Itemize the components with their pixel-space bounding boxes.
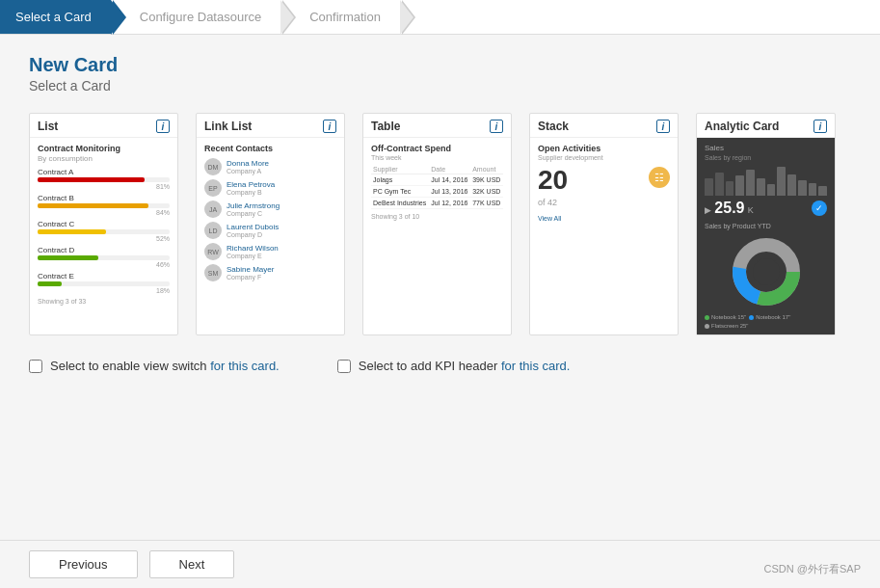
wizard-header: Select a Card Configure Datasource Confi… — [0, 0, 880, 35]
avatar-5: SM — [204, 264, 222, 281]
card-option-link-list[interactable]: Link List i Recent Contacts DM Donna Mor… — [196, 113, 345, 335]
wizard-step-label: Configure Datasource — [140, 10, 261, 24]
stack-big-number: 20 — [538, 165, 568, 195]
list-showing: Showing 3 of 33 — [38, 298, 170, 305]
card-title-analytic: Analytic Card — [705, 120, 779, 133]
wizard-step-label: Confirmation — [309, 10, 381, 24]
watermark: CSDN @外行看SAP — [764, 562, 861, 576]
list-preview-subtitle: By consumption — [38, 154, 170, 163]
link-list-item-3: LD Laurent DuboisCompany D — [204, 222, 336, 239]
card-option-analytic-header: Analytic Card i — [697, 114, 835, 138]
legend-item-0: Notebook 15" — [705, 314, 746, 320]
table-row: PC Gym TecJul 13, 201632K USD — [371, 186, 503, 198]
info-icon-stack[interactable]: i — [656, 120, 670, 133]
avatar-0: DM — [204, 158, 222, 175]
view-switch-checkbox-label[interactable]: Select to enable view switch for this ca… — [29, 359, 280, 373]
card-option-stack[interactable]: Stack i Open Activities Supplier develop… — [529, 113, 679, 335]
table-row: DeBest IndustriesJul 12, 201677K USD — [371, 198, 503, 209]
list-row-0: Contract A 81% — [38, 168, 170, 190]
table-showing: Showing 3 of 10 — [371, 213, 503, 220]
avatar-3: LD — [204, 222, 222, 239]
kpi-header-checkbox-label[interactable]: Select to add KPI header for this card. — [337, 359, 571, 373]
analytic-preview: Sales Sales by region — [697, 138, 835, 334]
analytic-legend: Notebook 15" Notebook 17" Flatscreen 25" — [705, 314, 827, 329]
list-row-1: Contract B 84% — [38, 194, 170, 216]
next-button[interactable]: Next — [149, 550, 235, 578]
card-option-table[interactable]: Table i Off-Contract Spend This week Sup… — [362, 113, 512, 335]
table-preview-subtitle: This week — [371, 154, 503, 161]
avatar-1: EP — [204, 179, 222, 197]
kpi-header-checkbox[interactable] — [337, 360, 351, 373]
card-body-table: Off-Contract Spend This week Supplier Da… — [363, 138, 511, 226]
card-option-list-header: List i — [30, 114, 177, 138]
wizard-step-label: Select a Card — [15, 10, 92, 24]
card-body-list: Contract Monitoring By consumption Contr… — [30, 138, 177, 310]
card-title-table: Table — [371, 120, 400, 133]
legend-item-1: Notebook 17" — [749, 314, 790, 320]
page-title: New Card — [29, 54, 851, 76]
analytic-top-sublabel: Sales by region — [705, 154, 827, 161]
cards-row: List i Contract Monitoring By consumptio… — [29, 113, 851, 335]
link-list-item-5: SM Sabine MayerCompany F — [204, 264, 336, 281]
stack-icon: ☷ — [649, 167, 670, 188]
previous-button[interactable]: Previous — [29, 550, 138, 578]
stack-small-number: of 42 — [538, 198, 568, 207]
card-body-link-list: Recent Contacts DM Donna MoreCompany A E… — [197, 138, 344, 291]
list-row-4: Contract E 18% — [38, 272, 170, 294]
stack-preview-sub: Supplier development — [538, 154, 670, 161]
card-title-list: List — [38, 120, 58, 133]
page-subtitle: Select a Card — [29, 78, 851, 94]
view-switch-checkbox[interactable] — [29, 360, 42, 373]
info-icon-table[interactable]: i — [490, 120, 503, 133]
table-preview-title: Off-Contract Spend — [371, 144, 503, 153]
wizard-step-select-card[interactable]: Select a Card — [0, 0, 111, 34]
card-option-stack-header: Stack i — [530, 114, 678, 138]
stack-preview-title: Open Activities — [538, 144, 670, 153]
analytic-kpi-value: 25.9 — [714, 200, 744, 216]
card-body-stack: Open Activities Supplier development 20 … — [530, 138, 678, 227]
link-list-item-2: JA Julie ArmstrongCompany C — [204, 200, 336, 218]
list-row-3: Contract D 46% — [38, 246, 170, 268]
analytic-top-label: Sales — [705, 144, 827, 152]
card-option-table-header: Table i — [363, 114, 511, 138]
analytic-check-icon: ✓ — [812, 200, 827, 216]
info-icon-link-list[interactable]: i — [323, 120, 336, 133]
checkboxes-row: Select to enable view switch for this ca… — [29, 359, 851, 373]
analytic-donut-chart — [705, 233, 827, 310]
preview-table: Supplier Date Amount JolagsJul 14, 20163… — [371, 165, 503, 209]
analytic-kpi-row: ▶ 25.9 K ✓ — [705, 200, 827, 217]
link-list-item-1: EP Elena PetrovaCompany B — [204, 179, 336, 197]
footer: Previous Next CSDN @外行看SAP — [0, 540, 880, 588]
wizard-step-configure[interactable]: Configure Datasource — [124, 0, 280, 34]
legend-item-2: Flatscreen 25" — [705, 323, 748, 329]
analytic-chart-label: Sales by Product YTD — [705, 223, 827, 229]
card-title-link-list: Link List — [204, 120, 252, 133]
list-row-2: Contract C 52% — [38, 220, 170, 242]
card-title-stack: Stack — [538, 120, 569, 133]
wizard-step-confirmation[interactable]: Confirmation — [294, 0, 400, 34]
avatar-4: RW — [204, 243, 222, 260]
link-list-title: Recent Contacts — [204, 144, 336, 153]
info-icon-analytic[interactable]: i — [813, 120, 827, 133]
list-preview-title: Contract Monitoring — [38, 144, 170, 153]
svg-point-3 — [753, 258, 780, 285]
info-icon-list[interactable]: i — [156, 120, 170, 133]
analytic-bar-chart — [705, 167, 827, 196]
card-option-analytic[interactable]: Analytic Card i Sales Sales by region — [696, 113, 836, 335]
card-option-link-list-header: Link List i — [197, 114, 344, 138]
link-list-item-0: DM Donna MoreCompany A — [204, 158, 336, 175]
card-option-list[interactable]: List i Contract Monitoring By consumptio… — [29, 113, 178, 335]
stack-view-all[interactable]: View All — [538, 215, 670, 222]
table-row: JolagsJul 14, 201639K USD — [371, 174, 503, 186]
link-list-item-4: RW Richard WilsonCompany E — [204, 243, 336, 260]
page-content: New Card Select a Card List i Contract M… — [0, 35, 880, 392]
avatar-2: JA — [204, 200, 222, 218]
